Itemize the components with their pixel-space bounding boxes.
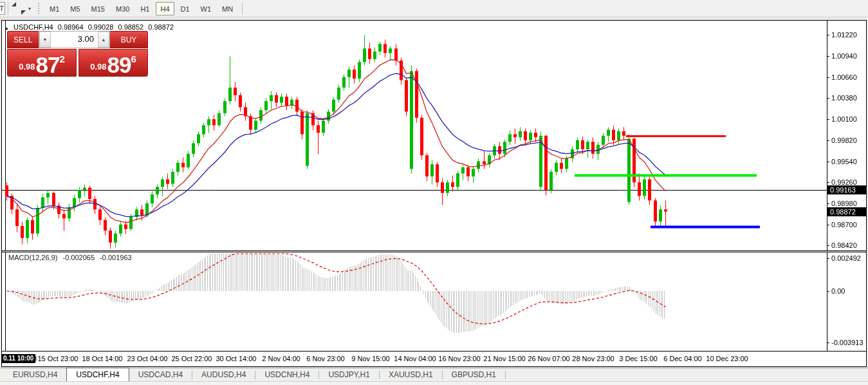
buy-price-prefix: 0.98 — [90, 62, 106, 71]
timeframe-button-h1[interactable]: H1 — [136, 2, 154, 15]
price-tick-dash — [827, 35, 829, 35]
high-value: 0.99028 — [88, 23, 114, 31]
macd-value-1: -0.002065 — [62, 254, 95, 261]
clipped-toolbar-icon[interactable]: T — [0, 2, 5, 15]
pane-separator[interactable] — [2, 250, 866, 251]
macd-tick-dash — [827, 343, 829, 343]
price-tick-label: 1.00940 — [831, 52, 857, 60]
macd-name: MACD(12,26,9) — [8, 254, 57, 261]
timeframe-button-d1[interactable]: D1 — [176, 2, 194, 15]
price-tick-label: 0.98420 — [831, 241, 857, 249]
time-tick-label: 6 Nov 23:00 — [306, 355, 344, 362]
macd-label: MACD(12,26,9) -0.002065 -0.001963 — [8, 254, 135, 261]
time-tick-label: 15 Oct 23:00 — [38, 355, 78, 362]
sell-price-sup: 2 — [59, 53, 64, 64]
sell-price-prefix: 0.98 — [19, 62, 35, 71]
dropdown-caret-icon[interactable]: ▾ — [26, 6, 33, 12]
macd-tick-dash — [827, 291, 829, 292]
time-axis-badge: 0.11 10:00 — [1, 354, 35, 363]
time-tick-label: 23 Oct 04:00 — [127, 355, 168, 362]
open-value: 0.98964 — [58, 23, 84, 31]
price-badge: 0.99163 — [827, 185, 867, 194]
time-tick-label: 28 Nov 23:00 — [572, 355, 614, 362]
price-tick-label: 0.99820 — [831, 136, 857, 144]
time-tick-label: 30 Oct 14:00 — [216, 355, 257, 362]
price-tick-dash — [827, 203, 829, 204]
volume-increase-button[interactable]: ▲ — [98, 32, 109, 48]
price-tick-label: 0.98700 — [831, 221, 857, 229]
price-tick-dash — [827, 245, 829, 246]
price-tick-label: 1.01220 — [831, 31, 857, 39]
time-tick-label: 25 Oct 22:00 — [172, 355, 212, 362]
price-tick-label: 0.99540 — [831, 158, 857, 165]
tab-usdjpy-h1[interactable]: USDJPY,H1 — [319, 369, 378, 381]
sell-button[interactable]: SELL — [7, 31, 39, 48]
toolbar-separator-end — [242, 2, 243, 15]
price-tick-dash — [827, 140, 829, 141]
time-axis-partial-label: 8 — [33, 355, 37, 362]
timeframe-button-mn[interactable]: MN — [217, 2, 237, 15]
symbol-tab-bar: EURUSD,H4USDCHF,H4USDCAD,H4AUDUSD,H4USDC… — [0, 368, 868, 381]
timeframe-button-m5[interactable]: M5 — [66, 2, 84, 15]
buy-price-sup: 6 — [131, 53, 136, 64]
volume-decrease-button[interactable]: ▼ — [39, 32, 51, 48]
time-tick-label: 9 Nov 15:00 — [351, 355, 389, 362]
sell-price-big: 87 — [36, 56, 60, 75]
price-tick-dash — [827, 77, 829, 78]
time-tick-label: 14 Nov 04:00 — [394, 355, 436, 362]
volume-value[interactable]: 3.00 — [51, 32, 98, 48]
price-tick-dash — [827, 119, 829, 120]
tab-separator — [505, 371, 506, 379]
timeframe-button-m15[interactable]: M15 — [87, 2, 109, 15]
tab-eurusd-h4[interactable]: EURUSD,H4 — [4, 369, 66, 381]
low-value: 0.98852 — [118, 23, 143, 31]
chart-ohlc-header: ▲ USDCHF,H4 0.98964 0.99028 0.98852 0.98… — [5, 23, 176, 31]
mt4-window: T ▾ M1M5M15M30H1H4D1W1MN ▲ USDCHF,H4 0.9… — [0, 0, 868, 385]
macd-bottom-border — [2, 351, 866, 352]
tab-usdcad-h4[interactable]: USDCAD,H4 — [129, 369, 192, 381]
sell-price-button[interactable]: 0.98 87 2 — [7, 49, 77, 77]
time-tick-label: 6 Dec 04:00 — [663, 355, 701, 362]
timeframe-button-m1[interactable]: M1 — [45, 2, 64, 15]
one-click-trading-panel: SELL ▼ 3.00 ▲ BUY 0.98 87 2 0.98 89 6 — [7, 31, 148, 77]
timeframe-button-group: M1M5M15M30H1H4D1W1MN — [45, 2, 239, 15]
price-tick-label: 1.00100 — [831, 115, 857, 123]
buy-price-button[interactable]: 0.98 89 6 — [78, 49, 148, 77]
price-tick-dash — [827, 225, 829, 225]
price-tick-label: 1.00660 — [831, 73, 857, 81]
tab-usdchf-h4[interactable]: USDCHF,H4 — [66, 368, 129, 381]
price-tick-dash — [827, 162, 829, 162]
close-value: 0.98872 — [148, 23, 174, 31]
tab-audusd-h4[interactable]: AUDUSD,H4 — [192, 369, 255, 381]
tab-gbpusd-h1[interactable]: GBPUSD,H1 — [443, 369, 505, 381]
timeframe-button-h4[interactable]: H4 — [156, 2, 174, 15]
toolbar-grip[interactable] — [38, 3, 41, 14]
buy-price-big: 89 — [107, 56, 131, 75]
time-tick-label: 2 Nov 04:00 — [262, 355, 300, 362]
window-bottom-strip — [0, 381, 868, 385]
timeframe-button-w1[interactable]: W1 — [196, 2, 216, 15]
chart-window: ▲ USDCHF,H4 0.98964 0.99028 0.98852 0.98… — [1, 20, 867, 367]
symbol-label: USDCHF,H4 — [14, 23, 53, 31]
buy-button[interactable]: BUY — [110, 31, 148, 48]
macd-tick-dash — [827, 258, 829, 259]
arrange-arrows-icon[interactable] — [11, 2, 26, 15]
time-tick-label: 3 Dec 15:00 — [619, 355, 657, 362]
macd-indicator-canvas[interactable] — [2, 252, 828, 351]
price-tick-dash — [827, 182, 829, 183]
toolbar-separator — [8, 2, 8, 15]
time-tick-label: 16 Nov 23:00 — [438, 355, 480, 362]
price-tick-dash — [827, 98, 829, 99]
timeframe-button-m30[interactable]: M30 — [111, 2, 134, 15]
macd-tick-label: 0.002492 — [831, 254, 861, 262]
chart-shift-marker-icon: ▲ — [5, 26, 9, 30]
price-tick-label: 1.00380 — [831, 94, 857, 102]
macd-tick-label: 0.00 — [831, 287, 845, 295]
time-tick-label: 18 Oct 14:00 — [82, 355, 123, 362]
time-tick-label: 21 Nov 15:00 — [483, 355, 525, 362]
tab-usdcnh-h4[interactable]: USDCNH,H4 — [255, 369, 319, 381]
macd-tick-label: -0.003913 — [831, 339, 863, 346]
volume-stepper: ▼ 3.00 ▲ — [39, 31, 110, 48]
tab-xauusd-h1[interactable]: XAUUSD,H1 — [380, 369, 442, 381]
time-tick-label: 26 Nov 07:00 — [528, 355, 569, 362]
